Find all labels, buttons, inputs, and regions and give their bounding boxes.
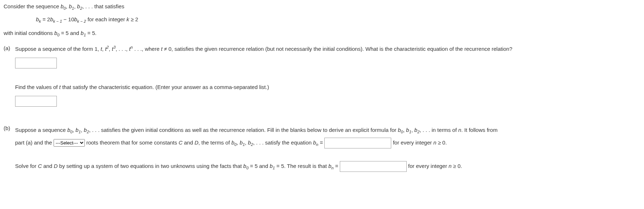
part-b-label: (b)	[4, 124, 15, 172]
intro-text: Consider the sequence	[4, 3, 60, 9]
seq-b1: b1	[69, 3, 74, 9]
intro-line: Consider the sequence b0, b1, b2, . . . …	[4, 2, 640, 12]
seq-b0: b0	[60, 3, 66, 9]
t-values-input[interactable]	[15, 96, 57, 107]
bn-formula-input-1[interactable]	[324, 138, 391, 148]
find-t-text: Find the values of t that satisfy the ch…	[15, 83, 640, 92]
recurrence-equation: bk = 2bk − 1 − 10bk − 2 for each integer…	[36, 15, 640, 25]
part-a: (a) Suppose a sequence of the form 1, t,…	[4, 44, 640, 121]
characteristic-equation-input[interactable]	[15, 58, 57, 68]
solve-text: Solve for C and D by setting up a system…	[15, 160, 640, 173]
roots-theorem-select[interactable]: ---Select---	[54, 139, 85, 147]
seq-b2: b2	[77, 3, 82, 9]
initial-conditions: with initial conditions b0 = 5 and b1 = …	[4, 29, 640, 38]
part-a-label: (a)	[4, 44, 15, 121]
part-b-question: Suppose a sequence b0, b1, b2, . . . sat…	[15, 124, 640, 149]
that-satisfies: that satisfies	[93, 3, 124, 9]
bn-formula-input-2[interactable]	[340, 161, 407, 172]
seq-dots: , . . .	[82, 3, 93, 9]
part-a-question: Suppose a sequence of the form 1, t, t2,…	[15, 44, 640, 53]
part-b: (b) Suppose a sequence b0, b1, b2, . . .…	[4, 124, 640, 172]
